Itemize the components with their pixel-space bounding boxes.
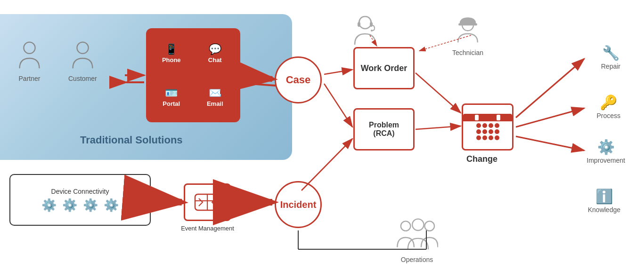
portal-icon: 🪪 [165, 87, 178, 99]
svg-point-11 [401, 221, 411, 231]
svg-rect-4 [370, 22, 373, 27]
operations-figure: Operations [396, 216, 438, 263]
svg-point-0 [24, 42, 35, 54]
change-node [462, 103, 514, 150]
improvement-icon: ⚙️ [587, 139, 625, 155]
svg-point-13 [424, 221, 434, 231]
gear-icon-2: ⚙️ [62, 198, 77, 213]
svg-point-12 [412, 219, 424, 230]
knowledge-label: Knowledge [588, 206, 620, 214]
work-order-node: Work Order [353, 47, 415, 89]
knowledge-icon: ℹ️ [588, 188, 620, 205]
incident-node: Incident [275, 181, 322, 228]
gear-icon-1: ⚙️ [41, 198, 57, 213]
customer-label: Customer [68, 75, 97, 82]
event-management-label: Event Management [180, 225, 235, 232]
svg-line-26 [516, 59, 584, 118]
gear-icon-4: ⚙️ [104, 198, 119, 213]
svg-rect-7 [458, 24, 477, 26]
svg-line-24 [416, 73, 461, 113]
svg-line-25 [416, 126, 461, 129]
svg-line-22 [324, 84, 352, 127]
change-label: Change [466, 154, 497, 164]
improvement-item: ⚙️ Improvement [587, 139, 625, 164]
svg-line-23 [302, 139, 352, 190]
svg-point-1 [77, 42, 88, 54]
partner-figure: Partner [16, 40, 42, 82]
knowledge-item: ℹ️ Knowledge [588, 188, 620, 214]
device-connectivity-label: Device Connectivity [51, 188, 109, 195]
case-node: Case [275, 56, 322, 103]
channel-box: 📱 Phone 💬 Chat 🪪 Portal ✉️ Email [146, 28, 240, 122]
phone-icon: 📱 [165, 43, 178, 55]
improvement-label: Improvement [587, 157, 625, 164]
process-icon: 🔑 [596, 94, 620, 111]
customer-figure: Customer [68, 40, 97, 82]
portal-channel: 🪪 Portal [151, 77, 192, 118]
technician-figure: Technician [452, 14, 483, 56]
gear-icon-3: ⚙️ [83, 198, 98, 213]
email-icon: ✉️ [209, 87, 221, 99]
operations-label: Operations [396, 256, 438, 263]
phone-channel: 📱 Phone [151, 33, 192, 74]
event-management-node [184, 183, 231, 221]
svg-rect-3 [358, 22, 360, 27]
repair-item: 🔧 Repair [601, 45, 620, 70]
chat-icon: 💬 [209, 43, 221, 55]
svg-line-28 [516, 136, 584, 150]
process-label: Process [596, 112, 620, 119]
technician-label: Technician [452, 49, 483, 56]
process-item: 🔑 Process [596, 94, 620, 119]
problem-rca-node: Problem (RCA) [353, 108, 415, 150]
repair-label: Repair [601, 63, 620, 70]
svg-line-27 [516, 108, 584, 127]
device-connectivity-box: Device Connectivity ⚙️ ⚙️ ⚙️ ⚙️ [9, 174, 151, 226]
chat-channel: 💬 Chat [195, 33, 236, 74]
traditional-solutions-label: Traditional Solutions [80, 134, 183, 146]
device-icons: ⚙️ ⚙️ ⚙️ ⚙️ [41, 198, 119, 213]
svg-point-5 [371, 30, 373, 32]
email-channel: ✉️ Email [195, 77, 236, 118]
repair-icon: 🔧 [601, 45, 620, 61]
svg-line-21 [324, 70, 352, 74]
partner-label: Partner [16, 75, 42, 82]
svg-line-31 [152, 200, 182, 202]
